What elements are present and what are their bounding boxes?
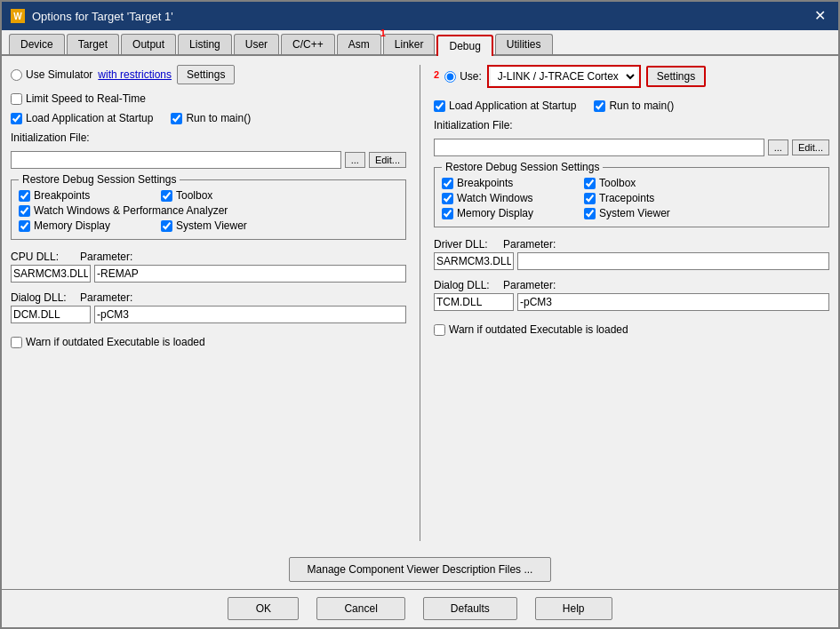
badge-2: 2 [434,69,439,80]
tab-user[interactable]: User [234,34,279,54]
driver-param-input[interactable] [517,252,829,270]
watch-perf-left: Watch Windows & Performance Analyzer [19,204,228,217]
use-radio[interactable] [444,71,456,83]
defaults-button[interactable]: Defaults [423,597,517,620]
toolbox-checkbox-right[interactable] [584,178,596,189]
dialog-dll-header-right: Dialog DLL: Parameter: [434,279,829,291]
restore-group-content-left: Breakpoints Toolbox Watch Windows & Perf… [19,189,398,232]
init-file-input-left[interactable] [11,151,341,169]
tab-asm[interactable]: Asm [337,34,381,54]
driver-dll-label: Driver DLL: [434,238,496,251]
tab-bar: Device Target Output Listing User C/C++ … [2,30,838,56]
run-main-checkbox-right[interactable] [594,100,605,112]
edit-button-right[interactable]: Edit... [792,139,829,155]
simulator-radio-label[interactable]: Use Simulator [11,68,92,81]
warn-checkbox-left[interactable] [11,337,22,348]
tab-cpp[interactable]: C/C++ [281,34,335,54]
left-panel: Use Simulator with restrictions Settings… [11,65,406,541]
limit-speed-checkbox[interactable] [11,93,22,105]
main-dialog: W Options for Target 'Target 1' ✕ Device… [0,0,840,629]
ok-button[interactable]: OK [228,597,299,620]
badge-1: 1 [380,28,386,38]
load-run-row: Load Application at Startup Run to main(… [11,112,406,124]
system-viewer-right: System Viewer [584,207,708,219]
edit-button-left[interactable]: Edit... [369,152,406,168]
run-main-left: Run to main() [171,112,295,124]
watch-perf-checkbox-left[interactable] [19,205,30,217]
toolbox-checkbox-left[interactable] [161,190,172,202]
watch-windows-checkbox-right[interactable] [442,193,453,204]
breakpoints-left: Breakpoints [19,189,143,202]
breakpoints-right: Breakpoints [442,177,566,189]
tab-debug[interactable]: Debug [436,35,492,56]
system-viewer-checkbox-left[interactable] [161,220,172,232]
memory-display-left: Memory Display [19,219,143,232]
run-main-checkbox-left[interactable] [171,113,182,124]
run-main-right: Run to main() [594,100,718,112]
bottom-bar: OK Cancel Defaults Help [2,589,838,627]
tab-listing[interactable]: Listing [178,34,232,54]
use-dropdown-container: J-LINK / J-TRACE Cortex [487,65,641,88]
close-button[interactable]: ✕ [811,9,829,23]
main-content: Use Simulator with restrictions Settings… [2,56,838,550]
tab-output[interactable]: Output [121,34,176,54]
restore-group-right: Restore Debug Session Settings Breakpoin… [434,167,829,227]
simulator-settings-button[interactable]: Settings [177,65,235,84]
tab-target[interactable]: Target [67,34,119,54]
right-panel: 2 Use: J-LINK / J-TRACE Cortex Settings … [434,65,829,541]
limit-speed-row: Limit Speed to Real-Time [11,92,406,105]
browse-button-left[interactable]: ... [345,152,365,168]
breakpoints-checkbox-right[interactable] [442,178,453,189]
driver-dll-input[interactable] [434,252,514,270]
manage-button[interactable]: Manage Component Viewer Description File… [289,557,552,582]
dialog-param-input-left[interactable] [94,306,406,323]
window-title: Options for Target 'Target 1' [32,10,173,23]
dialog-dll-input-right[interactable] [434,293,514,311]
cancel-button[interactable]: Cancel [316,597,404,620]
use-settings-button[interactable]: Settings [646,66,706,87]
use-radio-label[interactable]: 2 Use: [434,70,482,83]
cpu-param-input[interactable] [94,265,406,283]
init-file-input-right[interactable] [434,139,764,156]
load-app-right: Load Application at Startup [434,100,576,112]
dialog-dll-input-left[interactable] [11,306,91,323]
title-bar: W Options for Target 'Target 1' ✕ [2,2,838,30]
restore-group-content-right: Breakpoints Toolbox Watch Windows [442,177,821,219]
memory-display-right: Memory Display [442,207,566,219]
tab-utilities[interactable]: Utilities [495,34,553,54]
use-dropdown[interactable]: J-LINK / J-TRACE Cortex [491,68,637,85]
breakpoints-checkbox-left[interactable] [19,190,30,202]
load-app-checkbox-right[interactable] [434,100,445,112]
system-viewer-left: System Viewer [161,219,285,232]
cb-row-3-left: Memory Display System Viewer [19,219,398,232]
browse-button-right[interactable]: ... [768,139,788,155]
dialog-param-input-right[interactable] [517,293,829,311]
title-bar-left: W Options for Target 'Target 1' [11,9,173,23]
load-app-checkbox-left[interactable] [11,113,22,124]
restrictions-link[interactable]: with restrictions [98,68,172,81]
memory-display-checkbox-right[interactable] [442,208,453,219]
driver-dll-header: Driver DLL: Parameter: [434,238,829,251]
memory-display-checkbox-left[interactable] [19,220,30,232]
driver-dll-section: Driver DLL: Parameter: [434,238,829,270]
cb-row-3-right: Memory Display System Viewer [442,207,821,219]
system-viewer-checkbox-right[interactable] [584,208,596,219]
dialog-dll-section-right: Dialog DLL: Parameter: [434,279,829,311]
cpu-dll-input[interactable] [11,265,91,283]
warn-row-left: Warn if outdated Executable is loaded [11,336,406,348]
cpu-dll-inputs [11,265,406,283]
tab-linker[interactable]: 1 Linker [383,34,436,54]
cpu-dll-section: CPU DLL: Parameter: [11,251,406,283]
help-button[interactable]: Help [535,597,612,620]
tracepoints-checkbox-right[interactable] [584,193,596,204]
restore-group-title-right: Restore Debug Session Settings [442,161,603,173]
use-row: 2 Use: J-LINK / J-TRACE Cortex Settings [434,65,829,88]
init-file-label-right: Initialization File: [434,119,829,131]
cb-row-1-right: Breakpoints Toolbox [442,177,821,189]
simulator-radio[interactable] [11,69,22,81]
driver-param-label: Parameter: [503,238,556,251]
warn-checkbox-right[interactable] [434,324,445,336]
init-file-label-left: Initialization File: [11,131,406,144]
tab-device[interactable]: Device [9,34,65,54]
dialog-param-label-left: Parameter: [80,291,132,304]
